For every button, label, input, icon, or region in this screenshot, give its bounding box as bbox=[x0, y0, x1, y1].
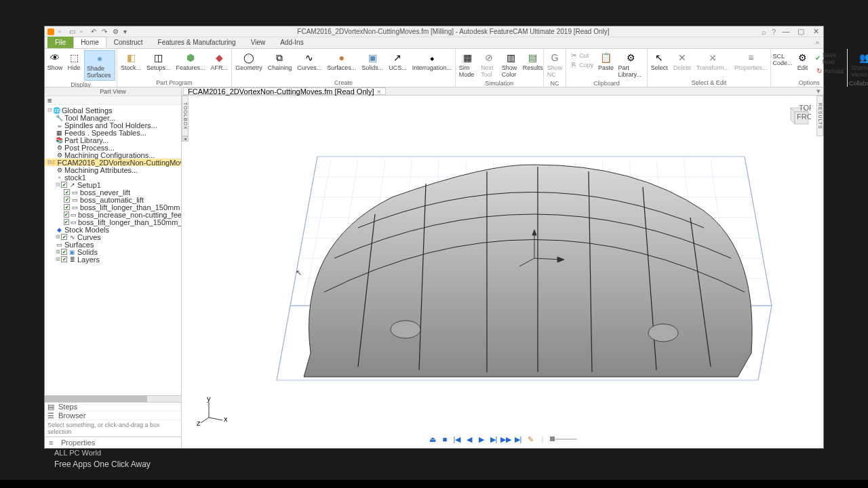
reload-button[interactable]: ↻Reload bbox=[813, 66, 846, 75]
play-icon[interactable]: ▶ bbox=[477, 434, 486, 444]
eject-icon[interactable]: ⏏ bbox=[428, 434, 437, 444]
close-tab-icon[interactable]: × bbox=[377, 87, 381, 96]
surfaces-button[interactable]: ●Surfaces... bbox=[325, 50, 358, 73]
ribbon-group-collaborate: 👥Shared Views Collaborate bbox=[848, 49, 868, 87]
interrogation-icon: ⬥ bbox=[426, 52, 438, 64]
tree-machining-config[interactable]: ⚙Machining Configurations... bbox=[45, 151, 181, 159]
tree-part-library[interactable]: 📚Part Library... bbox=[45, 136, 181, 144]
features-button[interactable]: ⬢Features... bbox=[174, 50, 208, 73]
skip-back-icon[interactable]: |◀ bbox=[452, 434, 462, 444]
shared-views-button[interactable]: 👥Shared Views bbox=[849, 50, 868, 79]
tab-features-manufacturing[interactable]: Features & Manufacturing bbox=[151, 37, 243, 48]
tree-setup-item[interactable]: ✔▭boss_lift_longer_than_150mm_&_increase… bbox=[45, 218, 181, 226]
browser-tab[interactable]: ☰Browser bbox=[45, 411, 181, 420]
tree-file-root[interactable]: ⊟FFCAM2016_2DVortexNon-CuttingMoves.fm▾ bbox=[45, 159, 181, 166]
cut-button[interactable]: ✂Cut bbox=[568, 50, 595, 60]
interrogation-button[interactable]: ⬥Interrogation... bbox=[410, 50, 454, 73]
part-library-button[interactable]: ⚙Part Library... bbox=[616, 50, 645, 79]
next-tool-button[interactable]: ⊘Next Tool bbox=[479, 50, 498, 79]
show-color-button[interactable]: ▥Show Color bbox=[500, 50, 523, 79]
skip-forward-icon[interactable]: ▶▶ bbox=[501, 434, 511, 444]
ucs-button[interactable]: ↗UCS... bbox=[387, 50, 409, 73]
tree-stock1[interactable]: ▫stock1 bbox=[45, 174, 181, 181]
tab-construct[interactable]: Construct bbox=[106, 37, 151, 48]
search-icon[interactable]: ⌕ bbox=[762, 28, 766, 36]
stock-button[interactable]: ◧Stock... bbox=[119, 50, 143, 73]
save-now-button[interactable]: ✔Save Now bbox=[813, 50, 846, 66]
step-back-icon[interactable]: ◀ bbox=[465, 434, 474, 444]
viewcube[interactable]: TOP FRONT bbox=[784, 102, 811, 129]
collapse-ribbon-icon[interactable]: ^ bbox=[812, 40, 823, 48]
tree-machining-attributes[interactable]: ⚙Machining Attributes... bbox=[45, 166, 181, 174]
results-flyout[interactable]: RESULTS bbox=[816, 96, 823, 136]
tree-global-settings[interactable]: ⊟🌐Global Settings bbox=[45, 106, 181, 114]
transform-button[interactable]: ⤨Transform... bbox=[694, 50, 731, 73]
tree-setup-item[interactable]: ✔▭boss_automatic_lift bbox=[45, 196, 181, 203]
tree-setup-item[interactable]: ✔▭boss_lift_longer_than_150mm bbox=[45, 203, 181, 211]
stop-icon[interactable]: ■ bbox=[440, 434, 450, 444]
tree[interactable]: ⊟🌐Global Settings 🔧Tool Manager... ⏛Spin… bbox=[45, 105, 181, 395]
properties-button[interactable]: ≡Properties... bbox=[732, 50, 770, 73]
sim-mode-button[interactable]: ▦Sim Mode bbox=[457, 50, 477, 79]
save-icon[interactable]: ▫ bbox=[80, 28, 88, 36]
tree-setup-item[interactable]: ✔▭boss_never_lift bbox=[45, 188, 181, 196]
tree-stock-models[interactable]: ◆Stock Models bbox=[45, 226, 181, 233]
quick-access-toolbar: ▫ ▭ ▫ ↶ ↷ ⚙ ▾ bbox=[58, 28, 132, 36]
tab-addins[interactable]: Add-Ins bbox=[273, 37, 311, 48]
steps-tab[interactable]: ▤Steps bbox=[45, 403, 181, 411]
chaining-button[interactable]: ⧉Chaining bbox=[266, 50, 294, 73]
shade-surfaces-button[interactable]: ●Shade Surfaces bbox=[84, 50, 115, 81]
part-view-toolbar[interactable]: ≡ bbox=[45, 96, 181, 105]
scl-code-link[interactable]: SCL Code... bbox=[772, 50, 792, 66]
show-button[interactable]: 👁Show bbox=[46, 50, 64, 73]
show-nc-button[interactable]: GShow NC bbox=[545, 50, 565, 79]
document-tab[interactable]: FCAM2016_2DVortexNon-CuttingMoves.fm [Re… bbox=[183, 87, 386, 95]
close-button[interactable]: ✕ bbox=[811, 27, 821, 36]
fast-forward-icon[interactable]: ▶| bbox=[513, 434, 523, 444]
help-icon[interactable]: ? bbox=[772, 28, 776, 36]
speed-slider[interactable] bbox=[550, 439, 577, 440]
delete-button[interactable]: ✕Delete bbox=[671, 50, 693, 73]
hide-button[interactable]: ⬚Hide bbox=[65, 50, 83, 73]
tree-spindles[interactable]: ⏛Spindles and Tool Holders... bbox=[45, 121, 181, 129]
tree-feeds-speeds[interactable]: ▦Feeds . Speeds Tables... bbox=[45, 129, 181, 136]
save-icon: ✔ bbox=[815, 54, 821, 62]
select-button[interactable]: ↖Select bbox=[649, 50, 670, 73]
tree-solids[interactable]: ⊞✔▣Solids bbox=[45, 248, 181, 256]
3d-canvas[interactable]: TOOLBOX ◄ RESULTS bbox=[182, 96, 823, 448]
toolbox-expand-icon[interactable]: ◄ bbox=[182, 136, 189, 142]
tab-view[interactable]: View bbox=[243, 37, 273, 48]
tree-curves[interactable]: ⊞✔∿Curves bbox=[45, 233, 181, 241]
minimize-button[interactable]: — bbox=[781, 27, 791, 36]
tree-setup1[interactable]: ⊟✔↗Setup1 bbox=[45, 181, 181, 188]
tab-file[interactable]: File bbox=[47, 37, 73, 48]
open-icon[interactable]: ▭ bbox=[69, 28, 77, 36]
new-icon[interactable]: ▫ bbox=[58, 28, 66, 36]
geometry-button[interactable]: ◯Geometry bbox=[233, 50, 264, 73]
window-controls: — ▢ ✕ bbox=[781, 27, 821, 36]
solids-button[interactable]: ▣Solids... bbox=[359, 50, 385, 73]
copy-button[interactable]: ⎘Copy bbox=[568, 60, 595, 69]
redo-icon[interactable]: ↷ bbox=[102, 28, 110, 36]
edit-button[interactable]: ⚙Edit bbox=[794, 50, 812, 73]
curves-button[interactable]: ∿Curves... bbox=[295, 50, 323, 73]
tree-tool-manager[interactable]: 🔧Tool Manager... bbox=[45, 114, 181, 121]
setups-button[interactable]: ◫Setups... bbox=[144, 50, 173, 73]
settings-icon[interactable]: ⚙ bbox=[113, 28, 121, 36]
maximize-button[interactable]: ▢ bbox=[796, 27, 806, 36]
tab-home[interactable]: Home bbox=[73, 37, 106, 48]
step-forward-icon[interactable]: ▶| bbox=[489, 434, 498, 444]
clear-icon[interactable]: ✎ bbox=[526, 434, 535, 444]
afr-button[interactable]: ◆AFR... bbox=[209, 50, 231, 73]
tree-post-process[interactable]: ⚙Post Process... bbox=[45, 144, 181, 151]
tree-layers[interactable]: ⊞✔≣Layers bbox=[45, 256, 181, 263]
qat-dropdown-icon[interactable]: ▾ bbox=[123, 28, 132, 36]
undo-icon[interactable]: ↶ bbox=[91, 28, 99, 36]
tree-horizontal-scrollbar[interactable] bbox=[45, 395, 181, 402]
tab-overflow-icon[interactable]: ▾ bbox=[814, 87, 823, 96]
tree-setup-item[interactable]: ✔▭boss_increase_non-cutting_feedrate_600… bbox=[45, 211, 181, 218]
paste-button[interactable]: 📋Paste bbox=[597, 50, 614, 73]
toolbox-flyout[interactable]: TOOLBOX bbox=[182, 96, 189, 136]
tree-surfaces[interactable]: ▭Surfaces bbox=[45, 241, 181, 248]
results-button[interactable]: ▤Results bbox=[524, 50, 542, 73]
